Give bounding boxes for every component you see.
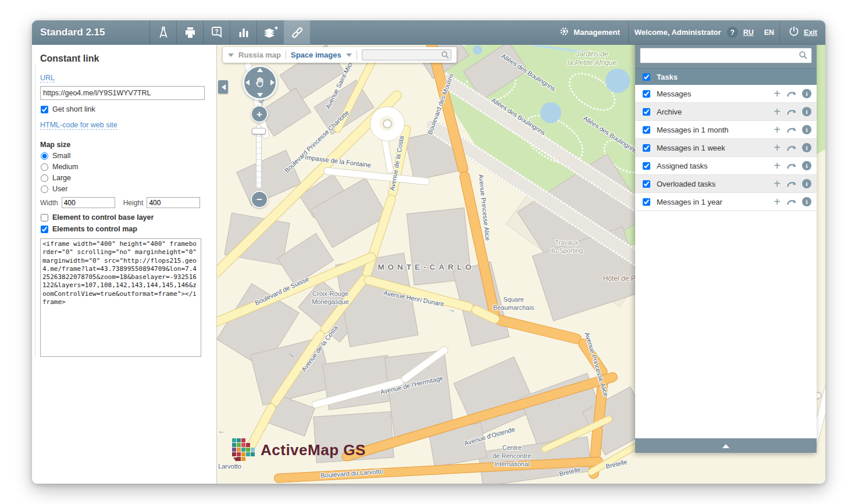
activemap-logo-text: ActiveMap GS xyxy=(261,441,366,459)
exit-button[interactable]: Exit xyxy=(780,20,825,44)
pan-up-icon[interactable] xyxy=(257,68,263,72)
info-icon[interactable]: i xyxy=(802,89,811,98)
add-object-icon[interactable]: + xyxy=(774,160,781,171)
map-pan-control[interactable] xyxy=(243,65,277,100)
layer-visibility-checkbox[interactable] xyxy=(643,198,650,206)
building xyxy=(463,44,528,101)
map-label: Boulevard de Suisse xyxy=(254,275,310,307)
info-icon[interactable]: i xyxy=(802,161,811,170)
collapse-list-button[interactable] xyxy=(635,438,817,453)
statistics-tool-button[interactable] xyxy=(230,20,256,44)
map-label: Travaux du Sporting xyxy=(550,239,583,255)
layer-visibility-checkbox[interactable] xyxy=(643,108,650,116)
add-object-icon[interactable]: + xyxy=(774,88,781,99)
layer-visibility-checkbox[interactable] xyxy=(643,144,650,152)
pan-down-icon[interactable] xyxy=(257,93,263,97)
measure-tool-button[interactable] xyxy=(149,20,176,44)
road xyxy=(274,456,604,483)
info-icon[interactable]: i xyxy=(802,143,811,152)
pan-left-icon[interactable] xyxy=(245,80,250,85)
add-object-icon[interactable]: + xyxy=(774,124,781,135)
iframe-code-textarea[interactable] xyxy=(40,238,201,357)
go-to-layer-icon[interactable] xyxy=(786,180,797,188)
building xyxy=(517,153,647,274)
zoom-slider-handle[interactable] xyxy=(252,128,266,134)
management-button[interactable]: Management xyxy=(551,20,628,44)
print-tool-button[interactable] xyxy=(176,20,203,44)
chevron-down-icon[interactable] xyxy=(228,53,234,60)
help-badge[interactable]: ? xyxy=(727,27,738,38)
info-icon[interactable]: i xyxy=(802,197,811,206)
url-input[interactable] xyxy=(40,86,205,100)
pan-right-icon[interactable] xyxy=(270,80,275,85)
map-label: Bretelle xyxy=(605,458,628,471)
pond xyxy=(473,45,482,55)
add-object-icon[interactable]: + xyxy=(774,106,781,117)
task-layer-row: Messages in 1 month+i xyxy=(635,121,817,139)
go-to-layer-icon[interactable] xyxy=(786,144,797,152)
layer-visibility-checkbox[interactable] xyxy=(643,90,650,98)
map-label: MONTE-CARLO xyxy=(377,263,475,273)
zoom-out-button[interactable]: − xyxy=(251,191,268,208)
road xyxy=(470,304,501,325)
html-code-link[interactable]: HTML-code for web site xyxy=(40,121,117,130)
help-tool-button[interactable]: ? xyxy=(203,20,230,44)
add-object-icon[interactable]: + xyxy=(774,196,781,208)
base-layer-checkbox[interactable] xyxy=(41,214,48,221)
map-size-radio-small[interactable] xyxy=(41,152,48,160)
info-icon[interactable]: i xyxy=(802,107,811,116)
search-icon[interactable] xyxy=(799,51,808,62)
go-to-layer-icon[interactable] xyxy=(786,162,797,170)
map-size-radio-medium[interactable] xyxy=(41,163,48,171)
layer-visibility-checkbox[interactable] xyxy=(643,162,650,170)
chevron-down-icon[interactable] xyxy=(346,53,352,60)
lang-ru-button[interactable]: RU xyxy=(738,28,759,37)
separator xyxy=(357,51,357,60)
search-icon[interactable] xyxy=(441,51,450,62)
url-link[interactable]: URL xyxy=(40,74,55,83)
control-map-checkbox[interactable] xyxy=(41,226,48,233)
help-book-icon: ? xyxy=(210,26,224,40)
header-right: Management Welcome, Administrator ? RU E… xyxy=(551,20,825,44)
add-object-icon[interactable]: + xyxy=(774,178,781,190)
road xyxy=(576,337,610,379)
tasks-group-checkbox[interactable] xyxy=(643,73,650,81)
collapse-panel-button[interactable] xyxy=(218,80,228,94)
lang-en-button[interactable]: EN xyxy=(759,28,779,37)
base-layer-row: Element to control base layer xyxy=(40,213,208,221)
height-input[interactable] xyxy=(147,197,200,208)
zoom-slider[interactable] xyxy=(256,124,262,188)
map-label: Avenue d'Ostende xyxy=(464,426,516,448)
base-map-toggle[interactable]: Russia map xyxy=(238,51,281,59)
go-to-layer-icon[interactable] xyxy=(786,198,797,206)
separator xyxy=(286,51,286,60)
zoom-in-button[interactable]: + xyxy=(251,105,268,123)
layer-visibility-checkbox[interactable] xyxy=(643,126,650,134)
go-to-layer-icon[interactable] xyxy=(786,108,797,116)
map-size-radio-user[interactable] xyxy=(41,185,48,193)
go-to-layer-icon[interactable] xyxy=(786,90,797,98)
add-object-icon[interactable]: + xyxy=(774,142,781,153)
layers-search-input[interactable] xyxy=(643,49,802,62)
info-icon[interactable]: i xyxy=(802,125,811,134)
get-short-link-checkbox[interactable] xyxy=(41,106,48,113)
task-layer-row: Messages+i xyxy=(635,85,817,103)
add-layers-tool-button[interactable] xyxy=(256,20,283,44)
map-label: Avenue de la Costa xyxy=(389,135,406,192)
space-images-toggle[interactable]: Space images xyxy=(291,51,341,59)
go-to-layer-icon[interactable] xyxy=(786,126,797,134)
layer-label: Messages xyxy=(657,90,769,98)
info-icon[interactable]: i xyxy=(802,179,811,188)
layer-visibility-checkbox[interactable] xyxy=(643,180,650,188)
power-icon xyxy=(788,26,800,39)
bar-chart-icon xyxy=(237,26,251,40)
map-size-radio-large[interactable] xyxy=(41,174,48,182)
map-search-input[interactable] xyxy=(364,50,440,60)
map-layer-toolbar: Russia map Space images xyxy=(223,47,457,63)
map-label: Allées des Boulingrins xyxy=(582,115,639,155)
map-label: Avenue Princesse Alice xyxy=(583,331,610,398)
building xyxy=(298,280,363,342)
width-input[interactable] xyxy=(62,197,115,208)
panel-scrollbar[interactable] xyxy=(35,64,35,358)
constant-link-tool-button[interactable] xyxy=(283,20,310,44)
